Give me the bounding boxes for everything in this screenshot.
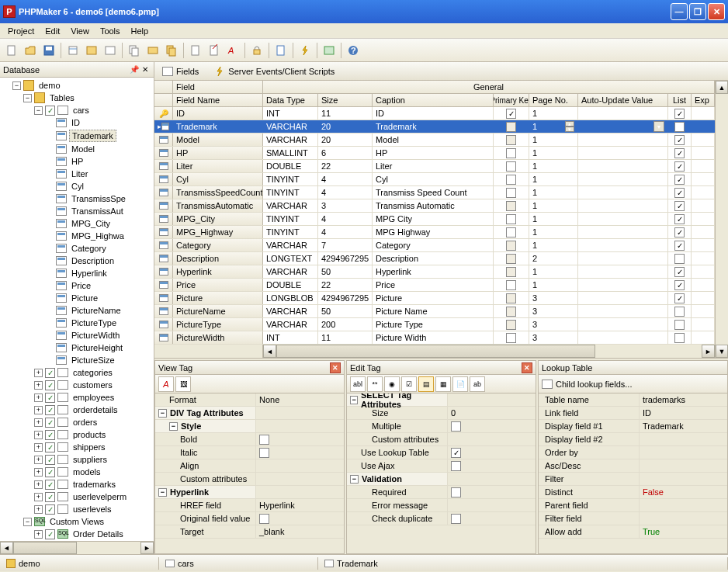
expand-icon[interactable]: + (34, 505, 43, 514)
tree-field[interactable]: MPG_City (45, 217, 152, 230)
list-checkbox[interactable]: ✓ (674, 293, 685, 303)
expand-icon[interactable]: + (34, 456, 43, 464)
col-general[interactable]: General (263, 81, 715, 93)
list-checkbox[interactable]: ✓ (674, 109, 685, 119)
expand-icon[interactable]: − (23, 518, 32, 526)
pin-icon[interactable]: 📌 (129, 64, 140, 75)
grid-row[interactable]: LiterDOUBLE22Liter1✓ (154, 160, 715, 173)
tree-field[interactable]: HP (45, 155, 152, 168)
expand-icon[interactable]: + (34, 418, 43, 427)
php-icon[interactable] (83, 42, 100, 59)
list-checkbox[interactable]: ✓ (674, 227, 685, 237)
lightning-icon[interactable] (296, 42, 314, 59)
pk-checkbox[interactable] (506, 333, 516, 343)
format-button[interactable]: A (158, 376, 174, 392)
col-fieldname[interactable]: Field Name (173, 94, 263, 106)
col-pageno[interactable]: Page No. (529, 94, 578, 106)
grid-vscrollbar[interactable]: ▲▼ (715, 81, 728, 358)
panel-close-icon[interactable]: ✕ (140, 64, 151, 75)
tree-table[interactable]: +✓customers (34, 379, 152, 391)
tree-field[interactable]: PictureSize (45, 354, 152, 366)
pk-checkbox[interactable] (506, 280, 516, 290)
tree-table[interactable]: +✓shippers (34, 441, 152, 453)
tree-hscrollbar[interactable]: ◄► (0, 541, 154, 554)
font-icon[interactable]: A (224, 42, 241, 59)
grid-row[interactable]: HyperlinkVARCHAR50Hyperlink1✓ (154, 265, 715, 279)
expand-icon[interactable]: + (34, 493, 43, 501)
grid-row[interactable]: 🔑IDINT11ID✓1✓ (154, 107, 715, 120)
pk-checkbox[interactable] (506, 161, 516, 172)
close-icon[interactable]: ✕ (522, 362, 532, 373)
grid-row[interactable]: TransmissAutomaticVARCHAR3Transmiss Auto… (154, 199, 715, 213)
grid-row[interactable]: HPSMALLINT6HP1✓ (154, 147, 715, 160)
save-icon[interactable] (40, 42, 57, 59)
pk-checkbox[interactable] (506, 320, 516, 330)
hidden-button[interactable]: ab (470, 376, 485, 392)
image-button[interactable]: 🖼 (175, 376, 191, 392)
tree-field[interactable]: Model (45, 143, 152, 155)
textarea-button[interactable]: ▦ (435, 376, 451, 392)
pk-checkbox[interactable] (506, 293, 516, 303)
db-icon[interactable] (64, 42, 81, 59)
tree-table-cars[interactable]: −✓cars (34, 104, 152, 116)
tree-table[interactable]: +✓employees (34, 391, 152, 404)
tree-table[interactable]: +✓products (34, 428, 152, 441)
list-checkbox[interactable]: ✓ (674, 122, 685, 132)
list-checkbox[interactable]: ✓ (674, 148, 685, 158)
list-checkbox[interactable]: ✓ (674, 161, 685, 172)
dup-icon[interactable] (163, 42, 180, 59)
bold-checkbox[interactable] (259, 435, 269, 445)
grid-row[interactable]: PictureWidthINT11Picture Width3 (154, 331, 715, 345)
expand-icon[interactable]: + (34, 406, 43, 414)
tree-field[interactable]: PictureHeight (45, 341, 152, 354)
list-checkbox[interactable]: ✓ (674, 135, 685, 145)
pk-checkbox[interactable] (506, 227, 516, 237)
grid-row[interactable]: PictureTypeVARCHAR200Picture Type3 (154, 318, 715, 331)
menu-view[interactable]: View (66, 25, 94, 37)
grid-row[interactable]: DescriptionLONGTEXT4294967295Description… (154, 252, 715, 265)
file-button[interactable]: 📄 (452, 376, 468, 392)
browse-icon[interactable] (321, 42, 338, 59)
pk-checkbox[interactable] (506, 241, 516, 251)
pk-checkbox[interactable] (506, 254, 516, 264)
col-exp[interactable]: Exp (692, 94, 715, 106)
uselookup-checkbox[interactable]: ✓ (451, 448, 461, 458)
grid-row[interactable]: MPG_HighwayTINYINT4MPG Highway1✓ (154, 226, 715, 239)
grid-row[interactable]: ▸TrademarkVARCHAR20Trademark1▴▾▾✓ (154, 120, 715, 133)
tree-field[interactable]: PictureType (45, 317, 152, 329)
sync-icon[interactable] (144, 42, 161, 59)
expand-icon[interactable]: − (12, 81, 21, 90)
list-checkbox[interactable]: ✓ (674, 241, 685, 251)
tree-field[interactable]: Cyl (45, 180, 152, 192)
tree-table[interactable]: +✓trademarks (34, 478, 152, 491)
col-datatype[interactable]: Data Type (263, 94, 318, 106)
tree-table[interactable]: +✓orderdetails (34, 404, 152, 416)
new-icon[interactable] (3, 42, 20, 59)
menu-edit[interactable]: Edit (40, 25, 64, 37)
tree-field[interactable]: PictureName (45, 304, 152, 317)
grid-hscrollbar[interactable]: ◄ ► (154, 345, 715, 358)
pk-checkbox[interactable] (506, 201, 516, 211)
child-lookup-link[interactable]: Child lookup fields... (556, 380, 632, 389)
list-checkbox[interactable] (674, 320, 685, 330)
expand-icon[interactable]: + (34, 381, 43, 390)
lock-icon[interactable] (248, 42, 265, 59)
tree-table[interactable]: +✓orders (34, 416, 152, 428)
password-button[interactable]: ** (367, 376, 383, 392)
tree-table[interactable]: +✓userlevelperm (34, 491, 152, 503)
tree-field[interactable]: MPG_Highwa (45, 230, 152, 242)
multiple-checkbox[interactable] (451, 421, 461, 432)
tree-field[interactable]: Liter (45, 168, 152, 180)
grid-row[interactable]: PriceDOUBLE22Price1✓ (154, 279, 715, 292)
doc-icon[interactable] (187, 42, 204, 59)
tree-table[interactable]: +✓models (34, 466, 152, 478)
tree-custom-views[interactable]: −SQLCustom Views (23, 515, 152, 528)
pk-checkbox[interactable] (506, 122, 516, 132)
grid-row[interactable]: MPG_CityTINYINT4MPG City1✓ (154, 213, 715, 226)
required-checkbox[interactable] (451, 487, 461, 497)
copy-icon[interactable] (126, 42, 143, 59)
dropdown-button[interactable]: ▾ (653, 121, 664, 132)
tree-field[interactable]: Category (45, 242, 152, 255)
db-tree[interactable]: −demo −Tables −✓cars IDTrademarkModelHPL… (0, 78, 154, 541)
menu-tools[interactable]: Tools (95, 25, 125, 37)
